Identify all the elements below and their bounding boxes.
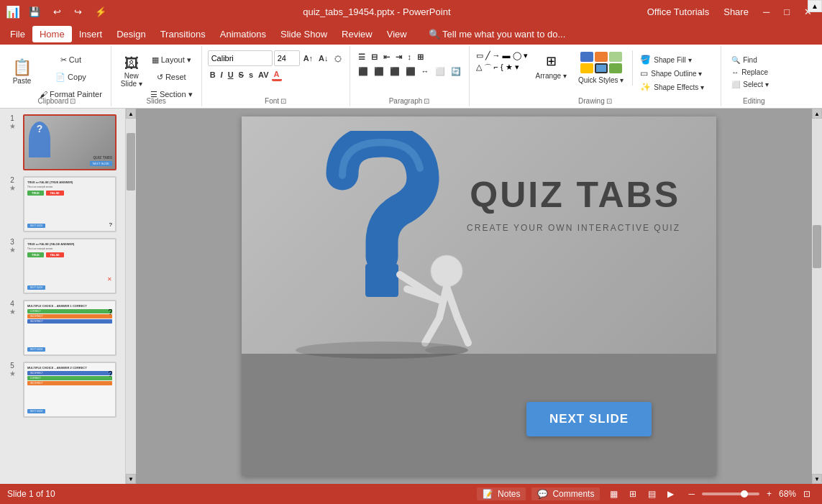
numbering-button[interactable]: ⊟ <box>369 50 380 63</box>
fit-slide-button[interactable]: ⊡ <box>799 487 815 500</box>
canvas-scrollbar-v[interactable]: ▲ ▼ <box>812 109 822 484</box>
shape-fill-button[interactable]: 🪣 Shape Fill ▾ <box>636 53 715 66</box>
slide-canvas[interactable]: QUIZ TABS CREATE YOUR OWN INTERACTIVE QU… <box>242 116 716 476</box>
text-dir-button[interactable]: ↔ <box>419 65 431 78</box>
align-text-button[interactable]: ⬜ <box>433 65 447 78</box>
zoom-out-button[interactable]: ─ <box>684 487 699 500</box>
menu-animations[interactable]: Animations <box>213 26 273 42</box>
customize-button[interactable]: ⚡ <box>91 5 111 19</box>
paste-button[interactable]: 📋 Paste <box>9 49 35 93</box>
slide-1-thumbnail[interactable]: ? QUIZ TABS NEXT SLIDE <box>23 114 117 170</box>
align-left-button[interactable]: ⬛ <box>356 65 370 78</box>
indent-more-button[interactable]: ⇥ <box>393 50 404 63</box>
align-center-button[interactable]: ⬛ <box>372 65 386 78</box>
share-button[interactable]: Share <box>719 5 753 19</box>
slide-thumb-1[interactable]: 1 ★ ? QUIZ TABS NEXT SLIDE <box>4 114 121 170</box>
shape-outline-button[interactable]: ▭ Shape Outline ▾ <box>636 67 715 80</box>
view-normal-button[interactable]: ▦ <box>606 487 622 500</box>
paragraph-expand-icon[interactable]: ⊡ <box>424 97 429 105</box>
cut-button[interactable]: ✂ Cut <box>37 52 105 68</box>
reset-button[interactable]: ↺ Reset <box>147 69 196 85</box>
columns-button[interactable]: ⊞ <box>415 50 426 63</box>
canvas-scroll-up[interactable]: ▲ <box>812 109 822 119</box>
line-spacing-button[interactable]: ↕ <box>406 50 414 63</box>
justify-button[interactable]: ⬛ <box>403 65 418 78</box>
convert-button[interactable]: 🔄 <box>449 65 463 78</box>
zoom-slider[interactable] <box>702 492 759 495</box>
clipboard-expand-icon[interactable]: ⊡ <box>70 97 76 105</box>
slide-thumb-3[interactable]: 3 ★ TRUE or FALSE (FALSE ANSWER) This is… <box>4 238 121 294</box>
select-button[interactable]: ⬜Select ▾ <box>727 79 773 90</box>
indent-less-button[interactable]: ⇤ <box>381 50 392 63</box>
redo-button[interactable]: ↪ <box>70 5 86 19</box>
shape-rect[interactable]: ▭ <box>475 50 484 61</box>
slide-thumb-5[interactable]: 5 ★ MULTIPLE CHOICE – ANSWER 2 CORRECT I… <box>4 362 121 418</box>
slide-thumb-4[interactable]: 4 ★ MULTIPLE CHOICE – ANSWER 1 CORRECT C… <box>4 300 121 356</box>
menu-insert[interactable]: Insert <box>72 26 110 42</box>
menu-transitions[interactable]: Transitions <box>153 26 213 42</box>
view-slide-sorter-button[interactable]: ⊞ <box>625 487 641 500</box>
shape-bend[interactable]: ⌐ <box>493 62 499 74</box>
menu-review[interactable]: Review <box>334 26 380 42</box>
shape-curved[interactable]: ⌒ <box>483 62 493 74</box>
notes-button[interactable]: 📝 Notes <box>477 487 526 500</box>
canvas-scroll-down[interactable]: ▼ <box>812 474 822 484</box>
scrollbar-thumb[interactable] <box>127 133 135 191</box>
char-spacing-button[interactable]: AV <box>256 68 270 81</box>
slide-thumb-2[interactable]: 2 ★ TRUE or FALSE (TRUE ANSWER) This is … <box>4 176 121 232</box>
layout-button[interactable]: ▦ Layout ▾ <box>147 52 196 68</box>
font-name-input[interactable] <box>208 50 273 66</box>
shape-more[interactable]: ▾ <box>523 50 529 61</box>
quick-styles-button[interactable]: Quick Styles ▾ <box>574 75 628 86</box>
align-right-button[interactable]: ⬛ <box>388 65 402 78</box>
bold-button[interactable]: B <box>208 68 218 81</box>
shape-bracket[interactable]: { <box>500 62 504 74</box>
shape-star[interactable]: ★ <box>505 62 513 74</box>
slide-3-thumbnail[interactable]: TRUE or FALSE (FALSE ANSWER) This is an … <box>23 238 117 294</box>
menu-help[interactable]: 🔍 Tell me what you want to do... <box>421 26 573 42</box>
slide-5-thumbnail[interactable]: MULTIPLE CHOICE – ANSWER 2 CORRECT INCOR… <box>23 362 117 418</box>
shape-line[interactable]: ╱ <box>485 50 491 61</box>
increase-font-button[interactable]: A↑ <box>301 52 315 65</box>
copy-button[interactable]: 📄 Copy <box>37 69 105 85</box>
font-expand-icon[interactable]: ⊡ <box>280 97 286 105</box>
underline-button[interactable]: U <box>226 68 236 81</box>
drawing-expand-icon[interactable]: ⊡ <box>606 97 612 105</box>
shape-oval[interactable]: ◯ <box>512 50 522 61</box>
collapse-ribbon-btn[interactable]: ▲ <box>808 0 822 12</box>
menu-file[interactable]: File <box>3 26 32 42</box>
restore-button[interactable]: □ <box>780 5 794 19</box>
menu-slideshow[interactable]: Slide Show <box>273 26 334 42</box>
minimize-button[interactable]: ─ <box>759 5 774 19</box>
shape-more2[interactable]: ▾ <box>514 62 520 74</box>
shape-rect2[interactable]: ▬ <box>502 50 511 61</box>
slide-4-thumbnail[interactable]: MULTIPLE CHOICE – ANSWER 1 CORRECT CORRE… <box>23 300 117 356</box>
comments-button[interactable]: 💬 Comments <box>531 487 600 500</box>
save-button[interactable]: 💾 <box>24 5 45 19</box>
decrease-font-button[interactable]: A↓ <box>316 52 330 65</box>
scrollbar-down-button[interactable]: ▼ <box>126 474 136 484</box>
replace-button[interactable]: ↔Replace <box>727 67 773 78</box>
menu-home[interactable]: Home <box>32 26 72 42</box>
arrange-button[interactable]: Arrange ▾ <box>531 70 571 81</box>
clear-format-button[interactable]: ◌ <box>332 52 344 65</box>
shadow-button[interactable]: s <box>247 68 255 81</box>
find-button[interactable]: 🔍Find <box>727 55 773 65</box>
italic-button[interactable]: I <box>219 68 225 81</box>
office-tutorials-button[interactable]: Office Tutorials <box>643 5 713 19</box>
shape-tri[interactable]: △ <box>475 62 483 74</box>
font-size-input[interactable] <box>274 50 300 66</box>
menu-design[interactable]: Design <box>109 26 152 42</box>
next-slide-button[interactable]: NEXT SLIDE <box>526 402 652 436</box>
font-color-button[interactable]: A <box>272 68 282 81</box>
shape-effects-button[interactable]: ✨ Shape Effects ▾ <box>636 81 715 93</box>
zoom-slider-thumb[interactable] <box>741 490 748 498</box>
view-slideshow-button[interactable]: ▶ <box>663 487 678 500</box>
bullets-button[interactable]: ☰ <box>356 50 367 63</box>
scrollbar-up-button[interactable]: ▲ <box>126 109 136 119</box>
undo-button[interactable]: ↩ <box>49 5 65 19</box>
zoom-in-button[interactable]: + <box>762 487 776 500</box>
slide-panel-scrollbar[interactable]: ▲ ▼ <box>126 109 136 484</box>
new-slide-button[interactable]: 🖼 New Slide ▾ <box>117 49 146 93</box>
view-reading-button[interactable]: ▤ <box>644 487 660 500</box>
